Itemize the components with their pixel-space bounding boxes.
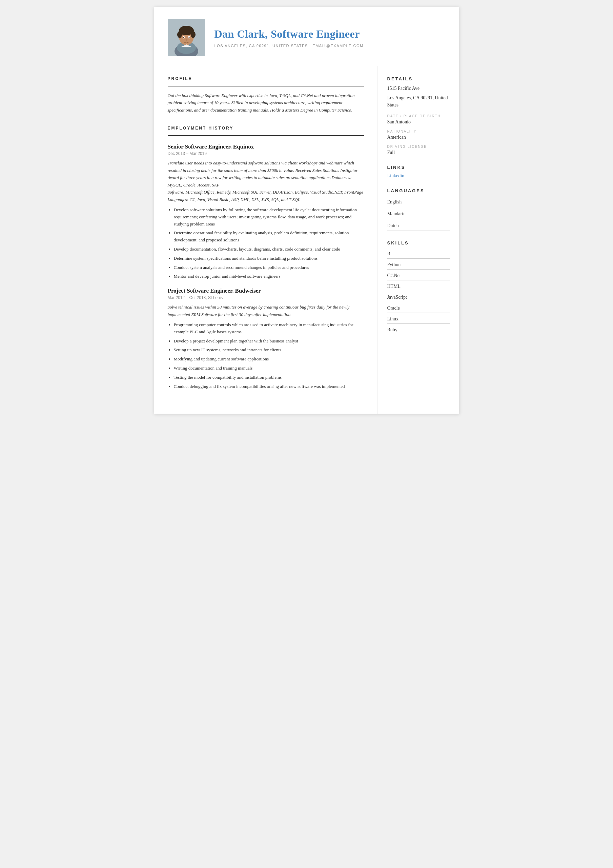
skills-section-title: SKILLS [387,240,450,245]
profile-text: Out the box thinking Software Engineer w… [168,92,364,113]
header-info: Dan Clark, Software Engineer LOS ANGELES… [215,28,446,48]
job-item: Project Software Engineer, Budweiser Mar… [168,288,364,390]
skill-item: HTML [387,281,450,291]
job-bullets: Programming computer controls which are … [174,321,364,390]
language-item: English [387,197,450,207]
header-section: Dan Clark, Software Engineer LOS ANGELES… [154,7,459,66]
address-line1: 1515 Pacific Ave [387,85,450,92]
address-line2: Los Angeles, CA 90291, United States [387,94,450,109]
details-section-title: DETAILS [387,76,450,81]
skill-item: Python [387,260,450,270]
bullet-item: Testing the model for compatibility and … [174,374,364,381]
bullet-item: Develop software solutions by following … [174,206,364,228]
language-item: Mandarin [387,209,450,219]
skill-item: JavaScript [387,292,450,302]
bullet-item: Mentor and develop junior and mid-level … [174,273,364,280]
sidebar: DETAILS 1515 Pacific Ave Los Angeles, CA… [378,66,459,414]
links-section-title: LINKS [387,165,450,170]
job-description: Translate user needs into easy-to-unders… [168,160,364,203]
skill-item: Linux [387,314,450,324]
job-item: Senior Software Engineer, Equinox Dec 20… [168,143,364,280]
languages-section-title: LANGUAGES [387,188,450,193]
profile-title: PROFILE [168,76,364,81]
employment-section: EMPLOYMENT HISTORY Senior Software Engin… [168,126,364,390]
job-title: Project Software Engineer, Budweiser [168,288,364,294]
body-layout: PROFILE Out the box thinking Software En… [154,66,459,414]
driving-value: Full [387,150,450,155]
bullet-item: Develop documentation, flowcharts, layou… [174,246,364,253]
bullet-item: Setting up new IT systems, networks and … [174,347,364,353]
bullet-item: Conduct system analysis and recommend ch… [174,264,364,271]
linkedin-link[interactable]: Linkedin [387,173,450,179]
svg-point-6 [191,31,195,38]
job-title: Senior Software Engineer, Equinox [168,143,364,150]
skill-item: R [387,249,450,259]
bullet-item: Modifying and updating current software … [174,356,364,363]
bullet-item: Conduct debugging and fix system incompa… [174,383,364,390]
language-item: Dutch [387,220,450,231]
bullet-item: Writing documentation and training manua… [174,365,364,372]
nationality-value: American [387,135,450,140]
skill-item: Ruby [387,325,450,334]
svg-point-10 [189,37,189,38]
bullet-item: Determine operational feasibility by eva… [174,229,364,244]
profile-section: PROFILE Out the box thinking Software En… [168,76,364,113]
main-content: PROFILE Out the box thinking Software En… [154,66,378,414]
nationality-label: NATIONALITY [387,130,450,133]
svg-point-11 [185,40,187,41]
profile-divider [168,86,364,87]
bullet-item: Develop a project development plan toget… [174,338,364,345]
bullet-item: Programming computer controls which are … [174,321,364,336]
driving-label: DRIVING LICENSE [387,145,450,149]
job-date: Mar 2012 – Oct 2013, St Louis [168,295,364,300]
employment-divider [168,135,364,136]
bullet-item: Determine system specifications and stan… [174,255,364,262]
resume-container: Dan Clark, Software Engineer LOS ANGELES… [154,7,459,414]
header-name: Dan Clark, Software Engineer [215,28,446,40]
job-bullets: Develop software solutions by following … [174,206,364,280]
birth-value: San Antonio [387,119,450,125]
job-date: Dec 2013 – Mar 2019 [168,151,364,156]
avatar [168,19,205,56]
employment-title: EMPLOYMENT HISTORY [168,126,364,130]
skill-item: C#.Net [387,271,450,281]
header-location: LOS ANGELES, CA 90291, UNITED STATES · e… [215,44,446,48]
birth-label: DATE / PLACE OF BIRTH [387,114,450,118]
job-description: Solve tehnical issues within 30 minutes … [168,304,364,318]
skill-item: Oracle [387,303,450,313]
svg-point-9 [183,37,184,38]
svg-point-5 [177,31,182,38]
